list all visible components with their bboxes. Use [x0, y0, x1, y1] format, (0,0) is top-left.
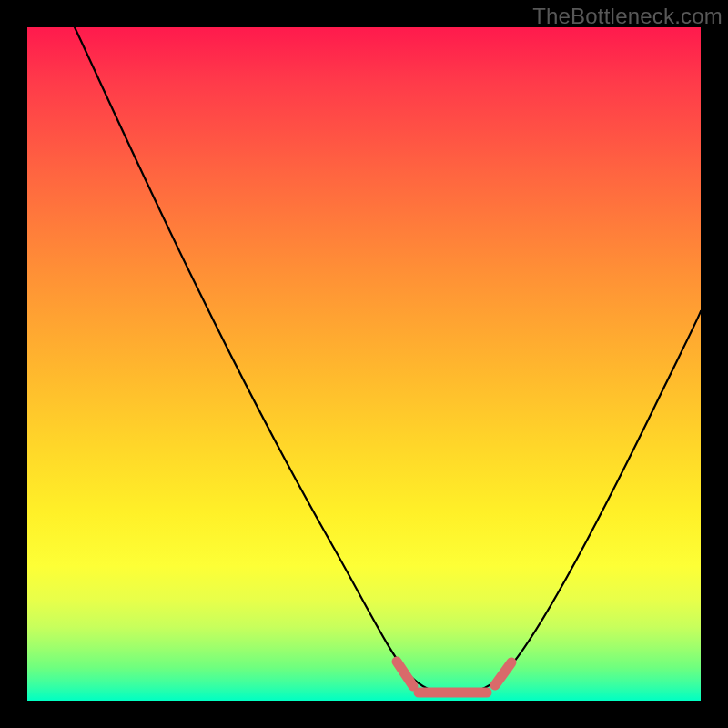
watermark-text: TheBottleneck.com — [532, 4, 723, 29]
bottleneck-curve — [75, 27, 701, 694]
chart-frame: TheBottleneck.com — [0, 0, 728, 728]
curve-layer — [27, 27, 701, 701]
plot-area — [27, 27, 701, 701]
flat-left-edge-marker — [397, 662, 413, 686]
flat-right-edge-marker — [495, 662, 511, 685]
